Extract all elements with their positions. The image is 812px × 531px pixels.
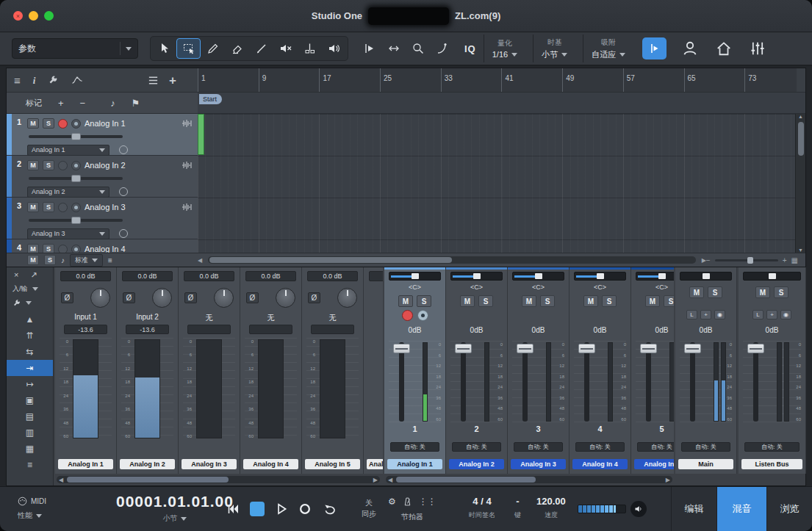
track-solo-button[interactable]: S	[43, 118, 54, 129]
volume-fader[interactable]	[753, 342, 758, 422]
track-mute-button[interactable]: M	[27, 118, 39, 129]
tempo-value[interactable]: 120.00	[536, 496, 566, 507]
track-color-strip[interactable]	[7, 156, 12, 197]
phase-invert-button[interactable]: Ø	[246, 292, 259, 303]
solo-button[interactable]: S	[602, 295, 617, 307]
mute-button[interactable]: M	[689, 286, 704, 298]
scrollbar-thumb[interactable]	[67, 477, 229, 483]
zoom-button[interactable]	[44, 11, 54, 21]
volume-fader[interactable]	[690, 342, 695, 422]
mute-button[interactable]: M	[460, 295, 475, 307]
listen-bus-strip[interactable]: M S L + ◉ 0dB 06121824364860	[739, 267, 806, 474]
play-button[interactable]	[275, 502, 288, 516]
channel-label[interactable]: Analog In 2	[449, 459, 504, 469]
mute-button[interactable]: M	[583, 295, 598, 307]
input-gain-knob[interactable]	[90, 288, 110, 308]
input-channel-strip[interactable]: 0.0 dB Ø Input 1 -13.6 06121824364860 An…	[55, 267, 117, 474]
music-note-icon[interactable]: ♪	[110, 98, 115, 109]
zoom-menu-icon[interactable]: ▦	[791, 256, 798, 264]
titlebar[interactable]: × Studio One ZL.com(9)	[0, 0, 812, 32]
volume-value[interactable]: 0dB	[508, 326, 569, 336]
pan-handle[interactable]	[535, 273, 542, 279]
scroll-up-arrow[interactable]: ▲	[798, 114, 803, 119]
track-header[interactable]: 1 M S Analog In 1 Ana	[7, 114, 198, 156]
mute-button[interactable]: M	[522, 295, 536, 307]
input-gain-knob[interactable]	[276, 288, 295, 308]
monitor-button[interactable]: ◉	[780, 310, 791, 319]
track-volume-slider[interactable]	[29, 219, 123, 222]
channel-strip[interactable]: <C> M S 0dB 06121824364860	[384, 267, 446, 474]
scrollbar-thumb[interactable]	[798, 122, 804, 156]
track-volume-slider[interactable]	[29, 135, 123, 138]
volume-fader[interactable]	[461, 342, 466, 422]
vertical-scrollbar[interactable]: ▲ ▼	[795, 114, 805, 254]
track-header[interactable]: 4 M S Analog In 4	[7, 239, 198, 254]
track-monitor-button[interactable]	[71, 161, 81, 170]
track-monitor-button[interactable]	[71, 119, 81, 129]
quantize-control[interactable]: 量化 1/16	[484, 35, 525, 62]
input-gain-knob[interactable]	[152, 288, 172, 308]
start-marker[interactable]: Start	[199, 94, 222, 104]
timeline-ruler[interactable]: 191725334149576573	[198, 68, 797, 93]
automation-mode-button[interactable]: 自动: 关	[681, 442, 730, 452]
input-gain-display[interactable]: 0.0 dB	[245, 271, 296, 281]
pan-handle[interactable]	[658, 273, 666, 279]
record-arm-button[interactable]	[402, 310, 413, 321]
track-layout-icon[interactable]	[148, 75, 159, 86]
track-solo-button[interactable]: S	[43, 202, 54, 212]
automation-icon[interactable]	[71, 75, 83, 86]
channel-strip[interactable]: <C> M S 0dB 06121824364860 4 自动: 关 Analo…	[570, 267, 631, 474]
wide-strips-icon[interactable]: ↦	[7, 376, 53, 392]
volume-value[interactable]: 0dB	[739, 326, 805, 336]
narrow-strips-icon[interactable]: ⇥	[7, 360, 53, 376]
pan-slider[interactable]	[450, 272, 503, 281]
pan-handle[interactable]	[703, 273, 710, 279]
mute-tool-button[interactable]	[273, 38, 298, 59]
track-record-arm-button[interactable]	[58, 203, 68, 212]
time-signature-value[interactable]: 4 / 4	[469, 496, 495, 507]
main-channel-label[interactable]: Main	[678, 459, 733, 469]
home-icon[interactable]	[711, 37, 737, 59]
bend-tool-icon[interactable]	[430, 38, 454, 59]
input-channel-label[interactable]: Analog In 3	[182, 459, 237, 469]
marker-lane[interactable]: Start	[198, 93, 805, 114]
metronome-out-button[interactable]: ◉	[714, 310, 725, 319]
channel-strip[interactable]: <C> M S 0dB 06121824364860 2 自动: 关 Analo…	[446, 267, 508, 474]
channel-label[interactable]: Analog In 1	[387, 459, 442, 469]
mute-button[interactable]: M	[27, 255, 39, 265]
slider-handle[interactable]	[71, 133, 81, 140]
input-gain-display[interactable]: 0.0 dB	[307, 271, 358, 281]
channels-scrollbar[interactable]: ◀ ▶	[386, 476, 672, 483]
track-record-arm-button[interactable]	[58, 119, 68, 129]
iq-mode-button[interactable]: IQ	[464, 43, 476, 54]
io-panel-toggle[interactable]: 入/输	[7, 282, 53, 296]
track-mute-button[interactable]: M	[27, 160, 39, 170]
input-gain-knob[interactable]	[214, 288, 234, 308]
phase-invert-button[interactable]: Ø	[123, 292, 135, 303]
inputs-bank-icon[interactable]: ▣	[7, 392, 53, 408]
volume-value[interactable]: 0dB	[446, 326, 507, 336]
scroll-down-arrow[interactable]: ▼	[798, 248, 803, 253]
channel-label[interactable]: Analog In 4	[572, 459, 628, 469]
automation-mode-button[interactable]: 自动: 关	[452, 442, 501, 452]
input-gain-button[interactable]	[119, 229, 128, 238]
add-marker-button[interactable]: +	[58, 98, 64, 109]
track-monitor-button[interactable]	[71, 203, 81, 212]
balance-slider[interactable]	[680, 272, 732, 281]
input-gain-display[interactable]: 0.0 dB	[369, 271, 383, 281]
scroll-left-arrow[interactable]: ◀	[59, 477, 63, 483]
add-track-button[interactable]: +	[169, 73, 176, 88]
pan-handle[interactable]	[769, 273, 776, 279]
track-mute-button[interactable]: M	[27, 202, 39, 212]
volume-value[interactable]: 0dB	[631, 326, 674, 336]
stop-button[interactable]	[250, 502, 265, 516]
track-input-selector[interactable]: Analog In 1	[27, 145, 109, 156]
detach-icon[interactable]: ↗	[30, 270, 37, 280]
range-tool-button[interactable]	[176, 38, 201, 59]
metronome-icon[interactable]	[403, 496, 412, 507]
slider-handle[interactable]	[747, 257, 753, 264]
input-channel-strip[interactable]: 0.0 dB Ø Input 2 -13.6 06121824364860 An…	[117, 267, 179, 474]
pan-slider[interactable]	[574, 272, 626, 281]
track-input-selector[interactable]: Analog In 2	[27, 187, 109, 198]
channel-strip[interactable]: <C> M S 0dB 5 自动: 关 Analog In 5	[631, 267, 674, 474]
